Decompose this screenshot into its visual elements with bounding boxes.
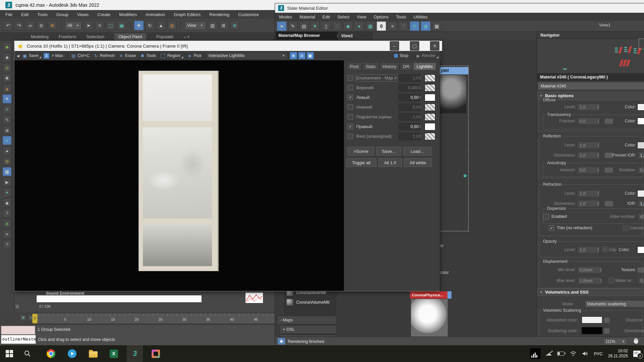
spinner[interactable]: ▲▼ <box>599 277 603 284</box>
vfb-erase-button[interactable]: ✕ Erase <box>117 52 139 60</box>
window-crossing-icon[interactable]: ▣ <box>117 21 126 30</box>
browser-section-osl[interactable]: + OSL <box>280 325 338 334</box>
vfb-copy-button[interactable]: ▤ Ctrl+C <box>69 52 92 60</box>
displacement-max-field[interactable]: 1,0mm <box>578 277 602 284</box>
dispersion-enabled-checkbox[interactable] <box>543 214 549 220</box>
lightmix-checkbox[interactable] <box>347 104 353 110</box>
lightmix-color-swatch[interactable] <box>425 133 435 140</box>
selection-filter-dropdown[interactable]: All ▼ <box>65 21 82 30</box>
slate-titlebar[interactable]: 3 Slate Material Editor <box>275 3 644 13</box>
eyedropper-icon[interactable]: ✎ <box>288 21 298 31</box>
pivot-icon[interactable]: ◎ <box>167 21 177 30</box>
max-menu-2[interactable]: Tools <box>37 12 47 17</box>
tab-stats[interactable]: Stats <box>362 62 379 70</box>
lightmix-label[interactable]: Правый: <box>356 124 373 129</box>
env-dialog-field[interactable] <box>36 295 202 303</box>
taskbar-explorer[interactable] <box>85 345 101 362</box>
start-button[interactable] <box>1 345 17 362</box>
view-zoom-dropdown[interactable]: 111% ▼ <box>603 338 627 345</box>
max-menu-5[interactable]: Create <box>97 12 110 17</box>
vfb-region-button[interactable]: Region ◢ <box>158 52 185 60</box>
vfb-collapse-icon[interactable]: ◀ <box>17 54 19 58</box>
tab-dr[interactable]: DR <box>400 62 413 70</box>
list-tool-icon[interactable]: ≡ <box>3 105 11 114</box>
lightmix-value-field[interactable]: 1,0 <box>398 133 421 140</box>
material-map-browser-header[interactable]: Material/Map Browser x <box>276 32 341 40</box>
rotate-icon[interactable]: ↻ <box>145 21 155 30</box>
opacity-clip-checkbox[interactable]: ✓ <box>602 247 608 252</box>
ribbon-options-icon[interactable]: ◒ ▾ <box>183 34 190 39</box>
scattering-map-slot[interactable] <box>604 328 610 334</box>
opacity-color-swatch[interactable] <box>637 246 644 253</box>
volume-icon[interactable] <box>582 351 589 356</box>
cone-icon[interactable]: ▲ <box>3 84 11 93</box>
max-menu-10[interactable]: Customize <box>238 12 259 17</box>
lightmix-checkbox[interactable] <box>347 133 353 139</box>
translucency-color-swatch[interactable] <box>637 118 644 125</box>
spinner[interactable]: ▲▼ <box>596 246 600 253</box>
onedrive-paused-icon[interactable]: ☁ <box>546 350 552 357</box>
taskbar-messenger[interactable] <box>64 345 80 362</box>
lightmix-load-button[interactable]: Load... <box>403 147 431 156</box>
max-menu-8[interactable]: Graph Editors <box>174 12 201 17</box>
tab-post[interactable]: Post <box>347 62 362 70</box>
align-icon[interactable]: ≣ <box>219 21 228 30</box>
list2-icon[interactable]: ≡ <box>3 230 11 238</box>
fresnel-ior-field[interactable]: 1,5 <box>638 152 644 159</box>
vfb-titlebar[interactable]: ☻ Corona 10 (Hotfix 1) | 571×685px (1:1)… <box>14 41 442 51</box>
scattering-color-swatch[interactable] <box>582 327 602 334</box>
battery-icon[interactable] <box>557 352 565 356</box>
ribbon-tab-object-paint[interactable]: Object Paint <box>114 33 146 40</box>
taskbar-clock[interactable]: 10:02 26.11.2025 <box>608 349 628 359</box>
node-connector-dot[interactable] <box>464 174 467 177</box>
taskbar-3dsmax[interactable]: 3 <box>127 345 143 362</box>
scene-explorer-icon[interactable]: ☻ <box>3 43 11 51</box>
lightmix-label[interactable]: Левый: <box>356 95 371 100</box>
slate-menu-0[interactable]: Modes <box>279 14 292 19</box>
max-menu-3[interactable]: Group <box>56 12 68 17</box>
audio-meter-icon[interactable] <box>530 348 541 359</box>
minimap-view-rect[interactable] <box>639 39 644 49</box>
tab-view1[interactable]: View1 <box>337 32 372 40</box>
spinner[interactable]: ▲▼ <box>418 74 422 81</box>
caustics-checkbox[interactable] <box>623 225 628 231</box>
zoom-out-icon[interactable]: ⊖ <box>298 52 306 59</box>
slate-menu-6[interactable]: Tools <box>396 14 406 19</box>
zoom-fit-icon[interactable]: ▣ <box>307 52 314 59</box>
volumetrics-mode-dropdown[interactable]: Volumetric scattering <box>585 300 644 307</box>
undo-icon[interactable]: ↶ <box>3 21 13 30</box>
tab-history[interactable]: History <box>380 62 399 70</box>
env-back-button[interactable]: < <box>14 304 20 310</box>
settings-icon[interactable]: ✱ <box>3 74 11 82</box>
displacement-texture-slot[interactable] <box>637 267 644 273</box>
bind-space-warp-icon[interactable]: ≋ <box>48 21 57 30</box>
snap-icon[interactable]: ⊕ <box>230 21 239 30</box>
maximize-icon[interactable]: ▢ <box>410 41 419 51</box>
lightmix-color-swatch[interactable] <box>425 104 435 111</box>
pencil-tool-icon[interactable]: ✎ <box>3 95 11 103</box>
lightmix-all-1-button[interactable]: All 1.0 <box>378 158 402 167</box>
refraction-color-swatch[interactable] <box>637 190 644 197</box>
list-item[interactable]: CoronaVolumeMtl <box>285 298 335 307</box>
show-checker-icon[interactable]: ▦ <box>366 21 375 31</box>
brush-icon[interactable]: ✎ <box>3 115 11 124</box>
lightmix-save-button[interactable]: Save... <box>376 147 401 156</box>
gizmo-icon[interactable]: ✦ <box>3 188 11 197</box>
render-map-icon[interactable]: ▦ <box>432 21 441 31</box>
slate-menu-2[interactable]: Edit <box>322 14 330 19</box>
teapot-tool-icon[interactable]: ◆ <box>3 198 11 207</box>
lightmix-color-swatch[interactable] <box>425 94 435 101</box>
pick-material-icon[interactable]: ▤ <box>299 21 309 31</box>
navigator-header[interactable]: Navigator <box>537 31 644 39</box>
max-menu-7[interactable]: Animation <box>146 12 165 17</box>
taskbar-ide[interactable] <box>148 345 164 362</box>
spinner[interactable]: ▲▼ <box>418 113 422 120</box>
language-indicator[interactable]: РУС <box>594 351 603 356</box>
taskbar-search-button[interactable] <box>19 345 36 362</box>
slate-menu-7[interactable]: Utilities <box>414 14 428 19</box>
move-icon[interactable]: ✚ <box>134 21 144 30</box>
absorption-color-swatch[interactable] <box>582 316 602 323</box>
vfb-stop-button[interactable]: Stop <box>392 52 411 60</box>
navigator-minimap[interactable] <box>537 39 644 74</box>
lightmix-checkbox[interactable] <box>347 75 353 81</box>
